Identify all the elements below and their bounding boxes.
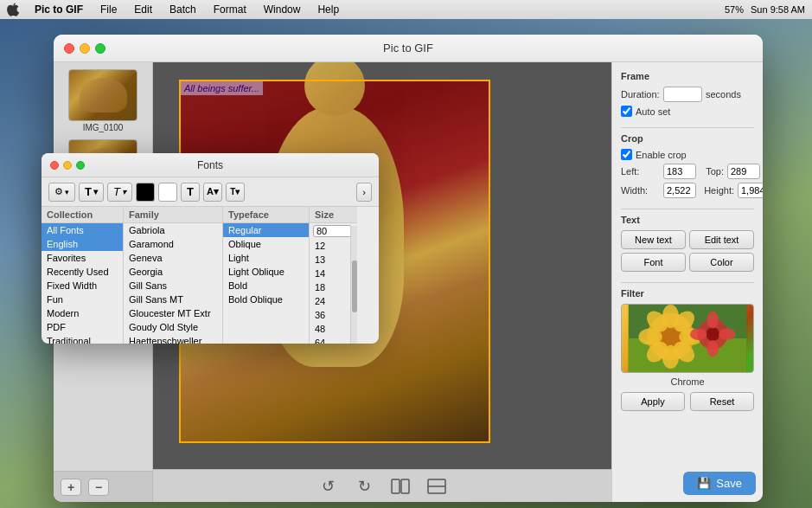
fonts-family-haettenschweller[interactable]: Haettenschweller bbox=[124, 334, 222, 344]
add-image-button[interactable]: + bbox=[61, 479, 81, 496]
undo-button[interactable]: ↻ bbox=[352, 474, 376, 498]
size-scrollbar[interactable] bbox=[350, 226, 357, 344]
split-view-button[interactable] bbox=[388, 474, 412, 498]
filter-title: Filter bbox=[621, 288, 754, 299]
auto-set-label: Auto set bbox=[636, 106, 670, 117]
fonts-close-button[interactable] bbox=[50, 161, 59, 170]
height-input[interactable] bbox=[738, 183, 763, 198]
fonts-typeface-bold[interactable]: Bold bbox=[223, 279, 309, 293]
fonts-collection-fixed-width[interactable]: Fixed Width bbox=[42, 279, 123, 293]
fonts-collection-english[interactable]: English bbox=[42, 237, 123, 251]
menubar: Pic to GIF File Edit Batch Format Window… bbox=[0, 0, 812, 19]
svg-point-18 bbox=[707, 312, 719, 329]
window-title: Pic to GIF bbox=[383, 42, 433, 55]
fonts-collection-traditional[interactable]: Traditional bbox=[42, 334, 123, 344]
crop-title: Crop bbox=[621, 133, 754, 144]
width-input[interactable] bbox=[663, 183, 696, 198]
close-button[interactable] bbox=[64, 43, 74, 54]
fonts-collection-favorites[interactable]: Favorites bbox=[42, 251, 123, 265]
refresh-button[interactable]: ↺ bbox=[316, 474, 340, 498]
fonts-family-gloucester[interactable]: Gloucester MT Extr bbox=[124, 306, 222, 320]
fonts-family-geneva[interactable]: Geneva bbox=[124, 251, 222, 265]
fonts-family-gill-sans-mt[interactable]: Gill Sans MT bbox=[124, 293, 222, 306]
edit-text-button[interactable]: Edit text bbox=[689, 230, 754, 249]
fonts-typeface-regular[interactable]: Regular bbox=[223, 223, 309, 237]
height-label: Height: bbox=[700, 185, 734, 196]
fonts-dialog: Fonts ⚙ ▾ T▾ T▾ T A▾ T▾ › Collection All… bbox=[42, 153, 379, 344]
apple-icon bbox=[7, 3, 19, 16]
text-underline-button[interactable]: T bbox=[181, 183, 200, 202]
auto-set-row: Auto set bbox=[621, 106, 754, 117]
menubar-app[interactable]: Pic to GIF bbox=[28, 2, 90, 17]
enable-crop-row: Enable crop bbox=[621, 149, 754, 160]
width-label: Width: bbox=[621, 185, 660, 196]
fonts-typeface-light[interactable]: Light bbox=[223, 251, 309, 265]
auto-set-checkbox[interactable] bbox=[621, 106, 632, 117]
apply-filter-button[interactable]: Apply bbox=[621, 392, 685, 411]
text-size-button[interactable]: T▾ bbox=[79, 183, 104, 202]
fonts-toolbar: ⚙ ▾ T▾ T▾ T A▾ T▾ › bbox=[42, 177, 379, 207]
color-button[interactable]: Color bbox=[689, 253, 754, 272]
menubar-format[interactable]: Format bbox=[207, 2, 253, 17]
fonts-collection-modern[interactable]: Modern bbox=[42, 306, 123, 320]
text-buttons-row: New text Edit text bbox=[621, 230, 754, 249]
fonts-family-gill-sans[interactable]: Gill Sans bbox=[124, 279, 222, 293]
fonts-family-column: Family Gabriola Garamond Geneva Georgia … bbox=[124, 207, 223, 344]
fonts-family-goudy[interactable]: Goudy Old Style bbox=[124, 320, 222, 334]
minimize-button[interactable] bbox=[80, 43, 90, 54]
family-header: Family bbox=[124, 207, 222, 223]
text-shadow-button[interactable]: T▾ bbox=[226, 183, 245, 202]
filter-name: Chrome bbox=[621, 376, 754, 387]
fonts-maximize-button[interactable] bbox=[76, 161, 85, 170]
battery-indicator: 57% bbox=[725, 4, 744, 15]
scrollbar-thumb[interactable] bbox=[352, 260, 357, 312]
filter-section: Filter bbox=[621, 288, 754, 411]
fonts-collection-fun[interactable]: Fun bbox=[42, 293, 123, 306]
text-bg-swatch[interactable] bbox=[158, 183, 177, 202]
align-button[interactable] bbox=[425, 474, 449, 498]
fonts-family-gabriola[interactable]: Gabriola bbox=[124, 223, 222, 237]
fonts-family-garamond[interactable]: Garamond bbox=[124, 237, 222, 251]
fonts-family-georgia[interactable]: Georgia bbox=[124, 265, 222, 279]
fonts-collection-recently-used[interactable]: Recently Used bbox=[42, 265, 123, 279]
menubar-batch[interactable]: Batch bbox=[163, 2, 203, 17]
remove-image-button[interactable]: − bbox=[88, 479, 109, 496]
top-input[interactable] bbox=[727, 164, 760, 179]
filter-buttons: Apply Reset bbox=[621, 392, 754, 411]
save-button[interactable]: 💾 Save bbox=[683, 472, 756, 495]
fonts-typeface-light-oblique[interactable]: Light Oblique bbox=[223, 265, 309, 279]
svg-point-19 bbox=[707, 340, 719, 357]
menubar-window[interactable]: Window bbox=[257, 2, 308, 17]
text-section: Text New text Edit text Font Color bbox=[621, 215, 754, 272]
fonts-typeface-oblique[interactable]: Oblique bbox=[223, 237, 309, 251]
window-titlebar: Pic to GIF bbox=[54, 35, 763, 62]
text-style-button[interactable]: T▾ bbox=[107, 183, 132, 202]
menubar-edit[interactable]: Edit bbox=[127, 2, 159, 17]
svg-point-21 bbox=[719, 328, 736, 340]
fonts-collection-all[interactable]: All Fonts bbox=[42, 223, 123, 237]
menubar-file[interactable]: File bbox=[93, 2, 124, 17]
maximize-button[interactable] bbox=[95, 43, 105, 54]
fonts-collection-pdf[interactable]: PDF bbox=[42, 320, 123, 334]
menubar-help[interactable]: Help bbox=[310, 2, 346, 17]
text-title: Text bbox=[621, 215, 754, 225]
duration-input[interactable] bbox=[663, 87, 702, 102]
fonts-typeface-bold-oblique[interactable]: Bold Oblique bbox=[223, 293, 309, 306]
list-item[interactable]: IMG_0100 bbox=[68, 69, 137, 132]
text-color-button[interactable]: A▾ bbox=[203, 183, 222, 202]
text-color-swatch[interactable] bbox=[136, 183, 155, 202]
svg-rect-0 bbox=[392, 479, 400, 493]
menubar-right: 57% Sun 9:58 AM bbox=[725, 4, 805, 15]
clock: Sun 9:58 AM bbox=[751, 4, 805, 15]
duration-unit: seconds bbox=[706, 89, 741, 100]
left-input[interactable] bbox=[663, 164, 696, 179]
more-options-button[interactable]: › bbox=[356, 183, 372, 202]
svg-point-17 bbox=[706, 327, 719, 341]
fonts-settings-button[interactable]: ⚙ ▾ bbox=[48, 183, 75, 202]
reset-filter-button[interactable]: Reset bbox=[690, 392, 754, 411]
font-button[interactable]: Font bbox=[621, 253, 686, 272]
size-input[interactable] bbox=[313, 225, 352, 237]
enable-crop-checkbox[interactable] bbox=[621, 149, 632, 160]
new-text-button[interactable]: New text bbox=[621, 230, 686, 249]
fonts-minimize-button[interactable] bbox=[63, 161, 72, 170]
